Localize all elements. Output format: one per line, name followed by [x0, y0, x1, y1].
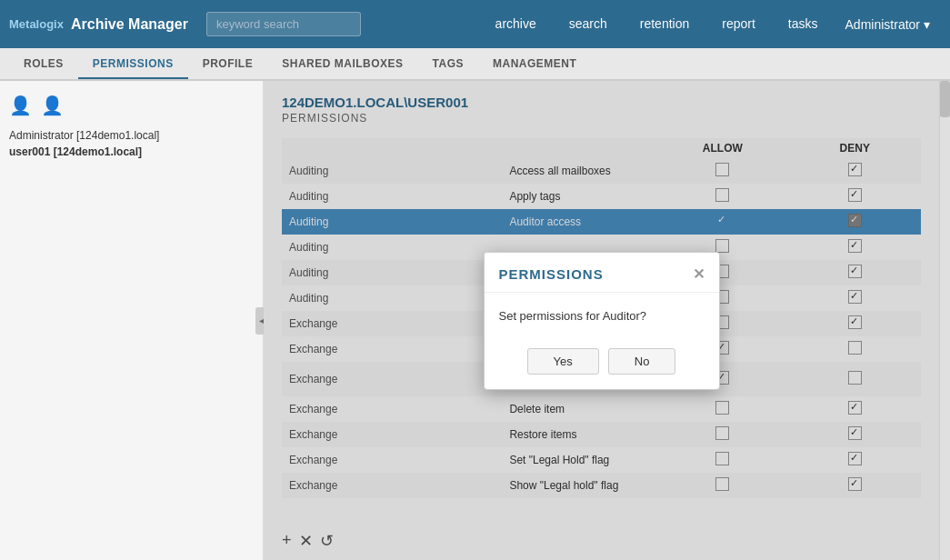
sidebar-user-icons: 👤 👤	[9, 95, 254, 116]
main-layout: 👤 👤 Administrator [124demo1.local] user0…	[0, 81, 950, 560]
nav-report[interactable]: report	[705, 0, 772, 48]
top-navigation: Metalogix Archive Manager archive search…	[0, 0, 950, 48]
modal-close-button[interactable]: ✕	[693, 265, 705, 283]
admin-menu[interactable]: Administrator ▾	[835, 17, 941, 32]
nav-links: archive search retention report tasks Ad…	[479, 0, 941, 48]
nav-search[interactable]: search	[553, 0, 624, 48]
tab-bar: ROLES PERMISSIONS PROFILE SHARED MAILBOX…	[0, 48, 950, 81]
modal-header: PERMISSIONS ✕	[485, 253, 719, 293]
nav-tasks[interactable]: tasks	[772, 0, 835, 48]
tab-permissions[interactable]: PERMISSIONS	[78, 50, 188, 79]
search-input[interactable]	[206, 12, 361, 36]
modal-yes-button[interactable]: Yes	[527, 348, 599, 375]
modal-footer: Yes No	[485, 339, 719, 389]
scrollbar[interactable]	[939, 81, 950, 560]
modal-body: Set permissions for Auditor?	[485, 293, 719, 339]
modal-title: PERMISSIONS	[499, 266, 604, 282]
modal-no-button[interactable]: No	[608, 348, 676, 375]
tab-roles[interactable]: ROLES	[9, 50, 78, 79]
chevron-down-icon: ▾	[924, 17, 930, 32]
modal-overlay: PERMISSIONS ✕ Set permissions for Audito…	[264, 81, 939, 560]
tab-shared-mailboxes[interactable]: SHARED MAILBOXES	[267, 50, 417, 79]
admin-label: Administrator	[845, 17, 920, 32]
tab-profile[interactable]: PROFILE	[188, 50, 268, 79]
regular-user-icon: 👤	[41, 95, 64, 116]
tab-tags[interactable]: TAGS	[418, 50, 478, 79]
content-area: 124DEMO1.LOCAL\USER001 PERMISSIONS ALLOW…	[264, 81, 939, 560]
sidebar: 👤 👤 Administrator [124demo1.local] user0…	[0, 81, 264, 560]
permissions-modal: PERMISSIONS ✕ Set permissions for Audito…	[484, 252, 720, 390]
tab-management[interactable]: MANAGEMENT	[478, 50, 591, 79]
nav-retention[interactable]: retention	[624, 0, 705, 48]
admin-user-icon: 👤	[9, 95, 32, 116]
scrollbar-thumb[interactable]	[940, 81, 950, 117]
brand-title: Archive Manager	[71, 16, 188, 33]
nav-archive[interactable]: archive	[479, 0, 553, 48]
modal-message: Set permissions for Auditor?	[499, 309, 647, 323]
brand: Metalogix Archive Manager	[9, 16, 188, 33]
brand-logo: Metalogix	[9, 17, 64, 31]
sidebar-user-item[interactable]: user001 [124demo1.local]	[9, 144, 254, 160]
sidebar-admin-item[interactable]: Administrator [124demo1.local]	[9, 127, 254, 144]
